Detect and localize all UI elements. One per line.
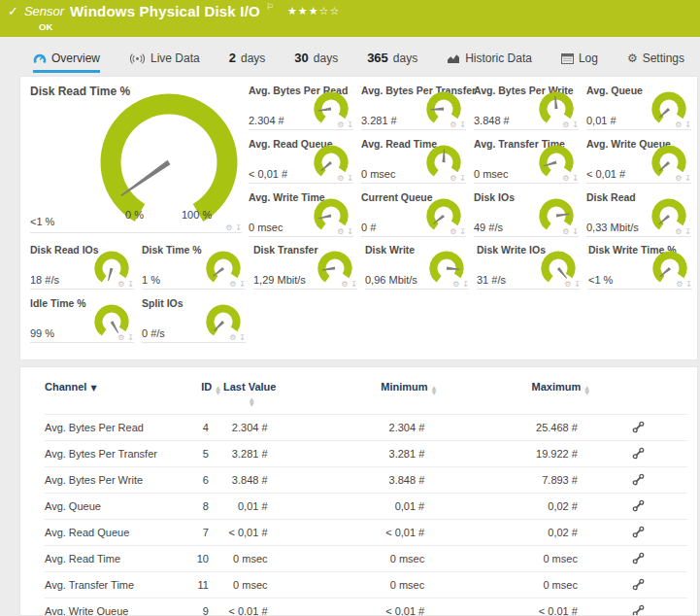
gauge-cell: Avg. Read Queue < 0,01 # ⚙ ↧ bbox=[249, 138, 353, 184]
gauge-value: 49 #/s bbox=[474, 222, 503, 233]
tab-historic-data[interactable]: Historic Data bbox=[447, 51, 532, 73]
cell-last-value: 2.304 # bbox=[220, 415, 280, 441]
gauge-pin-down-icon[interactable]: ↧ bbox=[684, 121, 691, 129]
gauge-pin-down-icon[interactable]: ↧ bbox=[459, 121, 466, 129]
cell-last-value: 3.848 # bbox=[220, 467, 280, 494]
gauge-pin-down-icon[interactable]: ↧ bbox=[127, 334, 134, 342]
gauge-pin-down-icon[interactable]: ↧ bbox=[347, 175, 353, 183]
channel-settings-wrench-icon[interactable] bbox=[632, 447, 645, 462]
gauge-pin-down-icon[interactable]: ↧ bbox=[462, 281, 469, 289]
column-header-last-value[interactable]: Last Value▲▼ bbox=[220, 377, 280, 415]
channels-table: Channel▼ ID▲▼ Last Value▲▼ Minimum▲▼ Max… bbox=[45, 377, 687, 616]
gauge-pin-down-icon[interactable]: ↧ bbox=[574, 281, 581, 289]
cell-minimum: < 0,01 # bbox=[280, 520, 437, 546]
gauge-pin-down-icon[interactable]: ↧ bbox=[572, 175, 579, 183]
cell-minimum: 0 msec bbox=[280, 546, 437, 572]
gauge-gear-icon[interactable]: ⚙ bbox=[450, 121, 456, 129]
gauge-gear-icon[interactable]: ⚙ bbox=[562, 121, 569, 129]
column-header-id[interactable]: ID▲▼ bbox=[187, 377, 220, 415]
gauge-gear-icon[interactable]: ⚙ bbox=[337, 175, 344, 183]
gauge-cell: Avg. Bytes Per Read 2.304 # ⚙ ↧ bbox=[249, 85, 353, 130]
gauge-pin-down-icon[interactable]: ↧ bbox=[235, 224, 242, 232]
tab-settings[interactable]: ⚙ Settings bbox=[627, 51, 684, 73]
gauge-cell: Idle Time % 99 % ⚙ ↧ bbox=[30, 297, 134, 343]
gauge-cell: Disk Read IOs 18 #/s ⚙ ↧ bbox=[30, 244, 134, 290]
gauge-pin-down-icon[interactable]: ↧ bbox=[572, 121, 579, 129]
gauge-gear-icon[interactable]: ⚙ bbox=[452, 281, 459, 289]
gauge-pin-down-icon[interactable]: ↧ bbox=[684, 175, 691, 183]
gauge-gear-icon[interactable]: ⚙ bbox=[117, 281, 124, 289]
gauge-gear-icon[interactable]: ⚙ bbox=[341, 281, 348, 289]
column-header-minimum[interactable]: Minimum▲▼ bbox=[280, 377, 437, 415]
gauge-pin-down-icon[interactable]: ↧ bbox=[684, 228, 691, 236]
gauge-pin-down-icon[interactable]: ↧ bbox=[127, 281, 134, 289]
gauge-gear-icon[interactable]: ⚙ bbox=[337, 121, 344, 129]
gauge-pin-down-icon[interactable]: ↧ bbox=[459, 175, 466, 183]
channel-settings-wrench-icon[interactable] bbox=[632, 552, 645, 566]
star-filled-icon[interactable]: ★ bbox=[309, 5, 319, 17]
gauge-value: 0,33 Mbit/s bbox=[586, 222, 639, 233]
gauge-value: 1,29 Mbit/s bbox=[253, 274, 306, 286]
tab-number: 2 bbox=[229, 51, 236, 65]
gauge-cell: Split IOs 0 #/s ⚙ ↧ bbox=[142, 297, 246, 343]
gauge-gear-icon[interactable]: ⚙ bbox=[562, 175, 569, 183]
sort-icon: ▲▼ bbox=[250, 396, 254, 406]
gauge-pin-down-icon[interactable]: ↧ bbox=[572, 228, 579, 236]
gauge-value: 99 % bbox=[30, 327, 54, 339]
gauge-value: 0 msec bbox=[361, 168, 395, 180]
cell-id: 4 bbox=[187, 415, 220, 441]
gauge-pin-down-icon[interactable]: ↧ bbox=[459, 228, 466, 236]
gauge-pin-down-icon[interactable]: ↧ bbox=[350, 281, 357, 289]
priority-stars[interactable]: ★★★☆☆ bbox=[287, 5, 340, 17]
gauge-value: 3.848 # bbox=[474, 115, 510, 126]
gauge-pin-down-icon[interactable]: ↧ bbox=[239, 281, 246, 289]
gauge-gear-icon[interactable]: ⚙ bbox=[450, 175, 456, 183]
flag-icon[interactable]: ⚐ bbox=[266, 2, 274, 12]
gauge-pin-down-icon[interactable]: ↧ bbox=[347, 228, 353, 236]
gauge-gear-icon[interactable]: ⚙ bbox=[225, 224, 232, 232]
tab-log[interactable]: Log bbox=[561, 51, 598, 73]
tab-label: Overview bbox=[51, 51, 100, 65]
star-filled-icon[interactable]: ★ bbox=[287, 5, 298, 17]
gauge-gear-icon[interactable]: ⚙ bbox=[675, 121, 682, 129]
tab-label: Historic Data bbox=[465, 51, 532, 65]
cell-last-value: 3.281 # bbox=[220, 441, 280, 467]
channel-settings-wrench-icon[interactable] bbox=[632, 578, 645, 593]
gauge-gear-icon[interactable]: ⚙ bbox=[450, 228, 456, 236]
channel-settings-wrench-icon[interactable] bbox=[632, 499, 645, 514]
channel-settings-wrench-icon[interactable] bbox=[632, 421, 645, 435]
gauge-pin-down-icon[interactable]: ↧ bbox=[685, 281, 692, 289]
tab-2-days[interactable]: 2 days bbox=[229, 51, 266, 73]
tab-live-data[interactable]: Live Data bbox=[129, 51, 200, 73]
table-row: Avg. Queue 8 0,01 # 0,01 # 0,02 # bbox=[45, 494, 687, 520]
gauge-gear-icon[interactable]: ⚙ bbox=[229, 281, 236, 289]
gauge-gear-icon[interactable]: ⚙ bbox=[675, 228, 682, 236]
star-empty-icon[interactable]: ☆ bbox=[329, 5, 340, 17]
channel-settings-wrench-icon[interactable] bbox=[632, 604, 645, 616]
main-gauge bbox=[86, 86, 251, 232]
column-header-maximum[interactable]: Maximum▲▼ bbox=[436, 377, 589, 415]
chart-icon bbox=[447, 53, 460, 64]
gauge-gear-icon[interactable]: ⚙ bbox=[117, 334, 124, 342]
star-empty-icon[interactable]: ☆ bbox=[319, 5, 330, 17]
gauge-gear-icon[interactable]: ⚙ bbox=[564, 281, 571, 289]
gauge-gear-icon[interactable]: ⚙ bbox=[562, 228, 569, 236]
cell-channel: Avg. Write Queue bbox=[45, 599, 187, 616]
gauge-gear-icon[interactable]: ⚙ bbox=[229, 334, 236, 342]
cell-minimum: 3.848 # bbox=[280, 467, 437, 494]
channel-settings-wrench-icon[interactable] bbox=[632, 526, 645, 540]
cell-minimum: 0 msec bbox=[280, 572, 437, 599]
channel-settings-wrench-icon[interactable] bbox=[632, 473, 645, 488]
tab-30-days[interactable]: 30 days bbox=[294, 51, 338, 73]
gauge-gear-icon[interactable]: ⚙ bbox=[337, 228, 344, 236]
gauge-gear-icon[interactable]: ⚙ bbox=[676, 281, 683, 289]
gauge-cell: Disk IOs 49 #/s ⚙ ↧ bbox=[474, 191, 579, 237]
gauge-cell: Disk Write Time % <1 % ⚙ ↧ bbox=[588, 244, 692, 290]
gauge-pin-down-icon[interactable]: ↧ bbox=[347, 121, 353, 129]
column-header-channel[interactable]: Channel▼ bbox=[45, 377, 187, 415]
gauge-gear-icon[interactable]: ⚙ bbox=[675, 175, 682, 183]
gauge-pin-down-icon[interactable]: ↧ bbox=[239, 334, 246, 342]
star-filled-icon[interactable]: ★ bbox=[298, 5, 309, 17]
tab-365-days[interactable]: 365 days bbox=[367, 51, 417, 73]
tab-overview[interactable]: Overview bbox=[33, 51, 100, 73]
